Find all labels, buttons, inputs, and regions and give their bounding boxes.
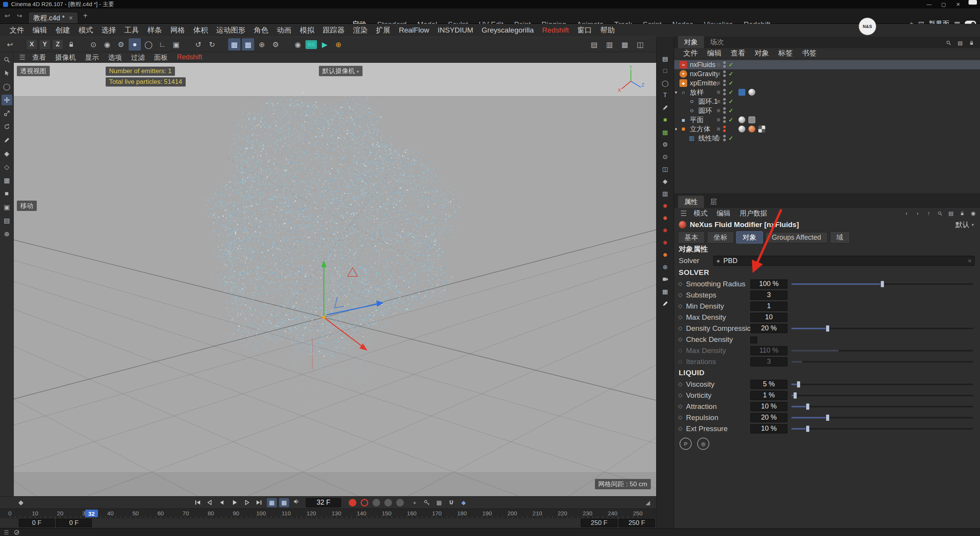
live-select-icon[interactable]: ◯ <box>2 81 12 92</box>
close-button[interactable]: ✕ <box>951 0 965 8</box>
param-value-field[interactable]: 20 % <box>750 324 787 333</box>
enabled-check-icon[interactable]: ✓ <box>728 107 733 114</box>
range-end2-field[interactable]: 250 F <box>619 519 655 527</box>
minimize-button[interactable]: — <box>922 0 936 8</box>
search-icon[interactable] <box>936 209 944 217</box>
range-start2-field[interactable]: 0 F <box>56 519 92 527</box>
record-position-button[interactable] <box>372 499 380 507</box>
param-value-field[interactable]: 1 % <box>750 391 787 400</box>
model-mode-icon[interactable]: ■ <box>2 188 12 199</box>
param-value-field[interactable]: 20 % <box>750 413 787 422</box>
camera-icon[interactable] <box>660 274 670 284</box>
grid-icon[interactable]: ▤ <box>956 39 964 47</box>
material-tag[interactable] <box>748 126 755 132</box>
axis-x-button[interactable]: X <box>26 39 38 50</box>
expand-arrow-icon[interactable]: ▾ <box>675 127 677 132</box>
menu-网格[interactable]: 网格 <box>166 25 189 35</box>
prev-frame-button[interactable] <box>216 498 228 507</box>
render-visibility-dot[interactable] <box>723 102 726 105</box>
attr-menu-模式[interactable]: 模式 <box>689 209 712 218</box>
gear-icon[interactable]: ⚙ <box>270 38 282 51</box>
range-start-field[interactable]: 0 F <box>19 519 55 527</box>
param-slider[interactable] <box>791 424 973 433</box>
frame-ruler[interactable]: 0102030405060708090100110120130140150160… <box>0 508 656 518</box>
sphere-icon[interactable]: ◯ <box>660 78 670 88</box>
redshift-node-icon[interactable]: RS <box>305 40 317 49</box>
viewport-menu-摄像机[interactable]: 摄像机 <box>51 53 80 62</box>
attr-menu-编辑[interactable]: 编辑 <box>712 209 735 218</box>
phong-tag[interactable] <box>748 89 755 96</box>
editor-visibility-dot[interactable] <box>723 107 726 110</box>
next-frame-button[interactable] <box>241 498 252 507</box>
param-slider[interactable] <box>791 324 973 333</box>
dynamics-sphere-icon[interactable]: ◯ <box>142 38 155 51</box>
param-value-field[interactable]: 3 <box>750 291 787 300</box>
edges-mode-icon[interactable]: ◇ <box>2 162 12 172</box>
layer-color-chip[interactable] <box>717 63 720 66</box>
render-settings-icon[interactable]: ⚙ <box>115 38 127 51</box>
layer-color-chip[interactable] <box>717 91 720 94</box>
current-frame-field[interactable]: 32 F <box>306 498 341 507</box>
slider-handle[interactable] <box>806 403 810 410</box>
uvw-tag[interactable] <box>758 126 765 132</box>
modeling-axis-icon[interactable]: ⊕ <box>256 38 268 51</box>
editor-visibility-dot[interactable] <box>723 70 726 73</box>
target-icon[interactable]: ⊙ <box>660 152 670 162</box>
scale-tool-icon[interactable] <box>2 108 12 119</box>
preset-dropdown[interactable]: 默认▾ <box>956 220 974 229</box>
attr-button-坐标[interactable]: 坐标 <box>707 231 734 243</box>
param-slider[interactable] <box>791 391 973 400</box>
workplane-mode-icon[interactable]: ▤ <box>2 215 12 226</box>
picture-viewer-render-icon[interactable]: ◉ <box>101 38 113 51</box>
enabled-check-icon[interactable]: ✓ <box>728 98 733 105</box>
tree-row-nxGravity[interactable]: ▼nxGravity✓ <box>674 69 980 78</box>
snap-grid-icon[interactable]: ▦ <box>228 38 240 51</box>
search-icon[interactable] <box>945 39 952 47</box>
prev-key-button[interactable] <box>204 498 216 507</box>
param-slider[interactable] <box>791 402 973 411</box>
perspective-viewport[interactable]: 透视视图 Number of emitters: 1 Total live pa… <box>14 63 656 496</box>
redo-arrow-icon[interactable]: ↻ <box>206 38 218 51</box>
green-array-icon[interactable]: ▦ <box>660 127 670 137</box>
split-view-icon[interactable]: ◫ <box>660 164 670 174</box>
play-button[interactable] <box>229 498 240 507</box>
globe-icon[interactable]: ⊕ <box>660 262 670 272</box>
record-param-button[interactable] <box>396 499 404 507</box>
param-value-field[interactable]: 110 % <box>750 346 787 355</box>
wire-box-icon[interactable]: □ <box>660 66 670 76</box>
slider-handle[interactable] <box>806 425 810 432</box>
undo-arrow-icon[interactable]: ↺ <box>192 38 204 51</box>
lock-icon[interactable] <box>968 39 975 47</box>
texture-mode-icon[interactable]: ▣ <box>2 202 12 212</box>
param-value-field[interactable]: 100 % <box>750 279 787 289</box>
enabled-check-icon[interactable]: ✓ <box>728 80 733 87</box>
solver-dropdown[interactable]: ◆ PBD ≡ <box>713 256 975 266</box>
layer-color-chip[interactable] <box>717 109 720 112</box>
menu-Redshift[interactable]: Redshift <box>538 26 573 34</box>
layer-color-chip[interactable] <box>717 137 720 140</box>
menu-帮助[interactable]: 帮助 <box>596 25 619 35</box>
om-menu-对象[interactable]: 对象 <box>750 48 774 58</box>
keyframe-bar-toggle[interactable]: ▦ <box>267 498 277 507</box>
editor-visibility-dot[interactable] <box>723 89 726 92</box>
attribute-burger-icon[interactable]: ☰ <box>678 209 689 218</box>
om-tab-对象[interactable]: 对象 <box>678 36 704 48</box>
menu-体积[interactable]: 体积 <box>189 25 212 35</box>
viewport-burger-icon[interactable]: ☰ <box>17 53 28 62</box>
render-visibility-dot[interactable] <box>723 83 726 86</box>
polygons-mode-icon[interactable]: ▦ <box>2 175 12 186</box>
magnet-icon[interactable] <box>447 498 456 507</box>
target-icon[interactable]: ◉ <box>969 209 977 217</box>
up-icon[interactable]: ↑ <box>925 209 933 217</box>
tree-row-圆环.1[interactable]: ○圆环.1✓ <box>674 97 980 106</box>
material-sphere-icon[interactable]: ● <box>660 225 670 235</box>
tree-row-放样[interactable]: ▾∩放样✓ <box>674 88 980 97</box>
enabled-check-icon[interactable]: ✓ <box>728 89 733 96</box>
autokey-button[interactable] <box>361 499 368 507</box>
param-slider[interactable] <box>791 346 973 355</box>
param-slider[interactable] <box>791 380 973 389</box>
material-sphere-icon[interactable]: ● <box>660 201 670 211</box>
menu-模式[interactable]: 模式 <box>74 25 97 35</box>
menu-窗口[interactable]: 窗口 <box>573 25 596 35</box>
param-slider[interactable] <box>791 413 973 422</box>
